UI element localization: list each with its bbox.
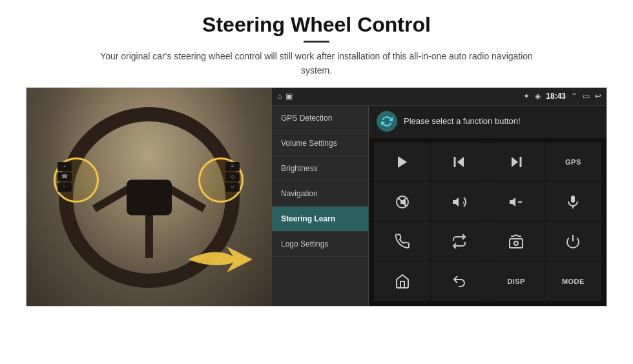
mute-button[interactable] (374, 182, 430, 221)
window-status-icon: ▭ (583, 92, 590, 101)
svg-text:+: + (462, 200, 465, 206)
menu-item-logo[interactable]: Logo Settings (272, 232, 368, 257)
home-icon (395, 274, 410, 289)
home-status-icon: ⌂ (277, 92, 282, 101)
screenshot-container: + ☎ − ≡ ◇ ○ ⌂ ▣ (26, 87, 607, 307)
wheel-btn-plus: + (57, 162, 72, 171)
arrow-icon (182, 234, 259, 285)
wheel-btn-menu: ≡ (225, 162, 240, 171)
btn-group-left: + ☎ − (57, 162, 72, 192)
btn-group-right: ≡ ◇ ○ (225, 162, 240, 192)
play-icon (395, 154, 410, 170)
wifi-status-icon: ◈ (535, 92, 541, 101)
back-arrow-button[interactable] (431, 261, 487, 301)
power-button[interactable] (545, 222, 601, 261)
refresh-icon[interactable] (377, 111, 397, 132)
svg-marker-3 (512, 157, 518, 167)
panel-header-text: Please select a function button! (404, 116, 521, 126)
back-arrow-icon (451, 274, 467, 289)
mic-icon (565, 194, 581, 210)
mode-button[interactable]: MODE (545, 261, 601, 301)
menu-sidebar: GPS Detection Volume Settings Brightness… (272, 106, 369, 306)
status-left: ⌂ ▣ (277, 92, 293, 101)
disp-button[interactable]: DISP (488, 261, 545, 301)
status-right: ✦ ◈ 18:43 ⌃ ▭ ↩ (523, 92, 601, 101)
loop-button[interactable] (431, 222, 487, 261)
menu-item-steering[interactable]: Steering Learn (272, 207, 368, 232)
wheel-btn-phone: ☎ (57, 172, 72, 181)
svg-marker-1 (457, 157, 464, 167)
wheel-btn-ok: ○ (225, 183, 240, 192)
vol-up-button[interactable]: + (431, 182, 487, 221)
function-grid: GPS (369, 137, 607, 306)
function-panel: Please select a function button! (369, 106, 607, 306)
loop-icon (451, 234, 467, 249)
wheel-btn-nav: ◇ (225, 172, 240, 181)
title-divider (304, 41, 329, 43)
play-button[interactable] (374, 143, 430, 182)
status-bar: ⌂ ▣ ✦ ◈ 18:43 ⌃ ▭ ↩ (272, 88, 607, 106)
prev-button[interactable] (431, 143, 487, 182)
refresh-svg (381, 116, 393, 127)
head-unit: ⌂ ▣ ✦ ◈ 18:43 ⌃ ▭ ↩ GPS Detection Volume… (272, 88, 607, 306)
page-subtitle: Your original car's steering wheel contr… (90, 49, 543, 78)
bluetooth-status-icon: ✦ (523, 92, 530, 101)
power-icon (565, 234, 581, 249)
phone-icon (395, 234, 410, 249)
status-time: 18:43 (546, 92, 566, 101)
skip-forward-icon (508, 154, 524, 170)
vol-down-icon (508, 194, 524, 210)
phone-button[interactable] (374, 222, 430, 261)
svg-rect-9 (571, 196, 575, 203)
menu-item-gps[interactable]: GPS Detection (272, 106, 368, 131)
mode-label: MODE (562, 278, 585, 285)
photo-status-icon: ▣ (285, 92, 293, 101)
expand-status-icon: ⌃ (571, 92, 577, 101)
home-button[interactable] (374, 261, 430, 301)
steering-photo: + ☎ − ≡ ◇ ○ (26, 88, 272, 307)
skip-back-icon (451, 154, 467, 170)
next-button[interactable] (488, 143, 545, 182)
gps-button[interactable]: GPS (545, 143, 601, 182)
menu-item-brightness[interactable]: Brightness (272, 156, 368, 181)
page-container: Steering Wheel Control Your original car… (0, 0, 633, 313)
arrow-container (182, 234, 259, 288)
title-section: Steering Wheel Control Your original car… (26, 13, 607, 78)
radio-button[interactable] (488, 222, 545, 261)
svg-rect-11 (510, 239, 523, 248)
back-status-icon: ↩ (595, 92, 601, 101)
svg-point-12 (514, 241, 518, 245)
disp-label: DISP (507, 278, 525, 285)
menu-item-navigation[interactable]: Navigation (272, 181, 368, 207)
wheel-btn-minus: − (57, 183, 72, 192)
main-area: GPS Detection Volume Settings Brightness… (272, 106, 607, 306)
panel-header: Please select a function button! (369, 106, 607, 137)
vol-up-icon: + (451, 194, 467, 210)
wheel-center (127, 179, 172, 215)
page-title: Steering Wheel Control (26, 13, 607, 37)
gps-label: GPS (565, 158, 581, 166)
vol-down-button[interactable] (488, 182, 545, 221)
menu-item-volume[interactable]: Volume Settings (272, 131, 368, 156)
mic-button[interactable] (545, 182, 601, 221)
mute-icon (395, 194, 410, 210)
radio-icon (508, 234, 524, 249)
spoke-bottom (145, 213, 153, 258)
svg-marker-0 (398, 156, 407, 168)
